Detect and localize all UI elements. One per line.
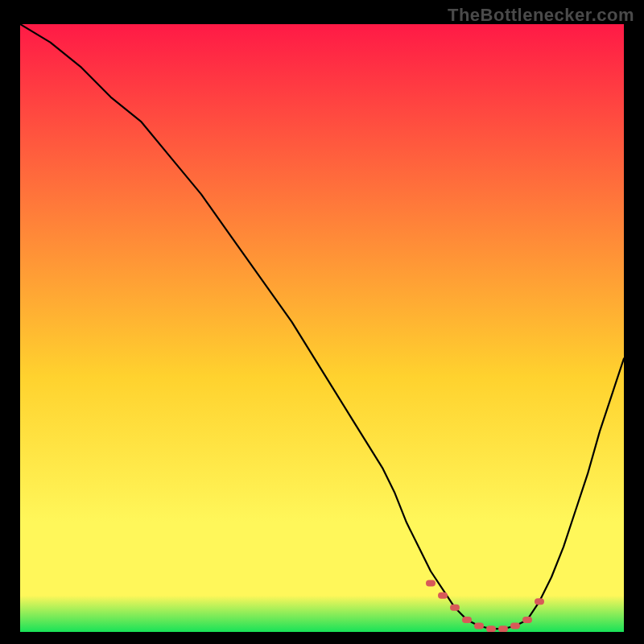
optimal-marker (450, 605, 460, 611)
optimal-marker (426, 580, 436, 587)
optimal-marker (474, 623, 484, 630)
optimal-marker (486, 625, 496, 632)
optimal-marker (522, 617, 532, 623)
optimal-marker (438, 592, 448, 599)
optimal-marker (498, 625, 508, 632)
bottleneck-chart (20, 24, 624, 632)
gradient-background (20, 24, 624, 632)
chart-frame: TheBottlenecker.com (0, 0, 644, 644)
optimal-marker (510, 623, 520, 630)
optimal-marker (462, 617, 472, 623)
watermark: TheBottlenecker.com (448, 5, 634, 26)
optimal-marker (535, 598, 544, 605)
plot-area (20, 24, 624, 632)
